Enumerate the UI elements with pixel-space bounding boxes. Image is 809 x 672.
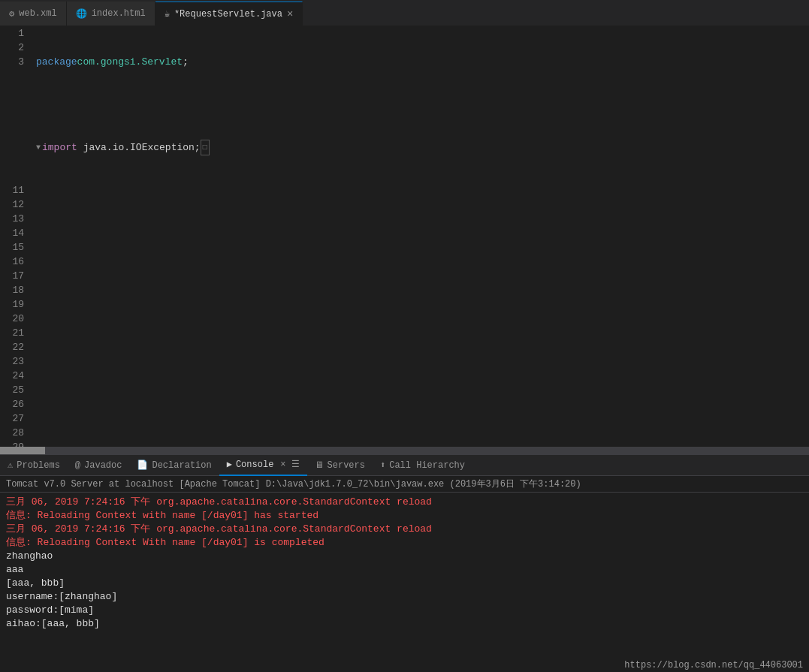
console-label: Console (236, 460, 273, 470)
tab-index-html[interactable]: 🌐 index.html (67, 2, 155, 26)
javadoc-icon: @ (75, 460, 80, 471)
close-tab-button[interactable]: × (287, 8, 293, 20)
console-line-2: 信息: Reloading Context with name [/day01]… (6, 509, 803, 523)
code-line-gap6 (36, 397, 809, 411)
line-numbers: 1 2 3 11 12 13 14 15 16 17 18 19 20 21 2… (0, 26, 30, 447)
editor-area: 1 2 3 11 12 13 14 15 16 17 18 19 20 21 2… (0, 26, 809, 447)
javadoc-label: Javadoc (84, 460, 122, 471)
tab-bar: ⚙ web.xml 🌐 index.html ☕ *RequestServlet… (0, 0, 809, 26)
declaration-label: Declaration (152, 460, 211, 471)
console-line-5: zhanghao (6, 550, 803, 563)
panel-tab-call-hierarchy[interactable]: ⬆ Call Hierarchy (373, 455, 472, 476)
call-hierarchy-label: Call Hierarchy (389, 460, 465, 471)
bottom-panel: ⚠ Problems @ Javadoc 📄 Declaration ▶ Con… (0, 454, 809, 672)
console-line-9: password:[mima] (6, 604, 803, 617)
editor-scrollbar-thumb[interactable] (0, 447, 45, 454)
console-line-3: 三月 06, 2019 7:24:16 下午 org.apache.catali… (6, 523, 803, 536)
panel-tabs: ⚠ Problems @ Javadoc 📄 Declaration ▶ Con… (0, 455, 809, 476)
console-line-7: [aaa, bbb] (6, 577, 803, 590)
code-line-gap (36, 183, 809, 197)
status-bar: https://blog.csdn.net/qq_44063001 (618, 658, 809, 672)
code-line-3: ▼import java.io.IOException;□ (36, 140, 809, 155)
console-line-10: aihao:[aaa, bbb] (6, 617, 803, 631)
call-hierarchy-icon: ⬆ (380, 460, 385, 471)
code-line-gap4 (36, 312, 809, 326)
console-menu-icon[interactable]: ☰ (291, 459, 300, 470)
tab-request-servlet-label: *RequestServlet.java (174, 9, 282, 20)
tab-index-html-label: index.html (92, 8, 146, 19)
console-line-6: aaa (6, 563, 803, 577)
problems-label: Problems (17, 460, 60, 471)
tab-web-xml-label: web.xml (19, 8, 56, 19)
panel-tab-problems[interactable]: ⚠ Problems (0, 455, 68, 476)
code-line-2 (36, 98, 809, 112)
console-output: 三月 06, 2019 7:24:16 下午 org.apache.catali… (0, 493, 809, 634)
code-container: 1 2 3 11 12 13 14 15 16 17 18 19 20 21 2… (0, 26, 809, 447)
console-close-icon[interactable]: × (280, 460, 285, 470)
index-html-icon: 🌐 (76, 8, 87, 20)
editor-scrollbar[interactable] (0, 447, 809, 454)
console-header: Tomcat v7.0 Server at localhost [Apache … (0, 476, 809, 493)
status-url: https://blog.csdn.net/qq_44063001 (624, 660, 803, 670)
code-content: package com.gongsi.Servlet; ▼import java… (30, 26, 809, 447)
console-line-1: 三月 06, 2019 7:24:16 下午 org.apache.catali… (6, 496, 803, 509)
problems-icon: ⚠ (8, 460, 13, 471)
code-line-gap7 (36, 440, 809, 447)
declaration-icon: 📄 (137, 460, 148, 471)
panel-tab-javadoc[interactable]: @ Javadoc (68, 455, 130, 476)
panel-tab-servers[interactable]: 🖥 Servers (307, 455, 373, 476)
code-line-1: package com.gongsi.Servlet; (36, 55, 809, 69)
console-line-4: 信息: Reloading Context With name [/day01]… (6, 536, 803, 550)
servers-icon: 🖥 (315, 460, 324, 471)
panel-tab-declaration[interactable]: 📄 Declaration (129, 455, 219, 476)
web-xml-icon: ⚙ (9, 8, 14, 20)
servers-label: Servers (328, 460, 365, 471)
code-line-gap5 (36, 354, 809, 369)
tab-web-xml[interactable]: ⚙ web.xml (0, 2, 67, 26)
console-icon: ▶ (227, 459, 232, 470)
console-line-8: username:[zhanghao] (6, 590, 803, 604)
panel-tab-console[interactable]: ▶ Console × ☰ (219, 455, 307, 476)
code-line-gap3 (36, 269, 809, 283)
java-file-icon: ☕ (165, 8, 170, 20)
tab-request-servlet[interactable]: ☕ *RequestServlet.java × (155, 2, 303, 26)
code-line-gap2 (36, 226, 809, 240)
